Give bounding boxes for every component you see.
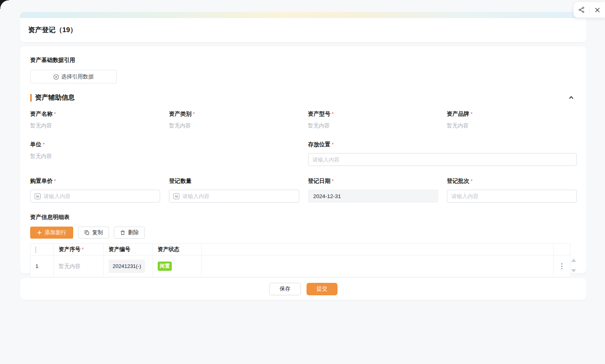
copy-icon [84,230,90,235]
required-asterisk: * [82,246,84,252]
field-label: 资产品牌 [447,110,469,117]
field-unit: 单位* 暂无内容 [30,141,160,166]
column-asset-status: 资产状态 [153,244,202,256]
chevron-up-icon[interactable] [568,94,574,101]
column-label: 资产序号 [59,246,80,252]
window-actions [574,2,605,18]
storage-location-input-wrap [308,153,577,166]
save-button[interactable]: 保存 [269,283,301,295]
delete-row-label: 删除 [128,229,139,236]
required-asterisk: * [193,111,195,117]
title-card: 资产登记（19） [20,12,586,42]
plus-circle-icon [53,74,59,80]
required-asterisk: * [471,111,473,117]
row-code-cell: 20241231(-) [104,256,153,277]
select-all-cell [31,244,54,256]
field-asset-category: 资产类别* 暂无内容 [169,110,299,129]
register-batch-input-wrap [447,190,577,202]
required-asterisk: * [332,111,334,117]
divider [589,6,590,14]
field-asset-name: 资产名称* 暂无内容 [30,110,160,129]
required-asterisk: * [332,141,334,147]
page-title: 资产登记（19） [28,25,77,35]
copy-row-label: 复制 [92,229,103,236]
column-filler [202,244,554,256]
required-asterisk: * [332,178,334,184]
required-asterisk: * [471,178,473,184]
field-empty-value: 暂无内容 [30,122,160,129]
header-gradient-strip [20,12,586,18]
detail-table: 资产序号* 资产编号 资产状态 1 暂无内容 20241231(-) 闲置 [30,243,570,277]
register-batch-input[interactable] [451,193,572,199]
page: 资产登记（19） 资产基础数据引用 选择引用数据 资产辅助信息 资产名称* [20,12,586,300]
column-asset-code: 资产编号 [104,244,153,256]
field-register-batch: 登记批次* [447,177,577,202]
aux-info-section-header: 资产辅助信息 [30,93,577,102]
register-quantity-input-wrap: N [169,190,299,202]
window-corner [0,0,9,9]
select-all-checkbox[interactable] [35,246,36,253]
copy-row-button[interactable]: 复制 [78,227,109,239]
field-label: 资产类别 [169,110,191,117]
field-register-quantity: 登记数量 N [169,177,299,202]
field-empty-value: 暂无内容 [447,122,577,129]
fields-grid: 资产名称* 暂无内容 资产类别* 暂无内容 资产型号* 暂无内容 资产品牌* 暂… [30,110,577,214]
table-scrollbar [570,243,577,277]
row-filler-cell [202,256,554,277]
purchase-price-input-wrap: N [30,190,160,202]
field-label: 单位 [30,141,41,147]
number-field-icon: N [35,193,41,199]
required-asterisk: * [54,111,56,117]
section-title: 资产辅助信息 [35,93,75,102]
add-row-button[interactable]: 添加新行 [30,227,73,239]
row-index-cell: 1 [31,256,54,277]
status-badge: 闲置 [158,262,172,271]
field-empty-value: 暂无内容 [308,122,438,129]
scroll-down-icon[interactable] [571,269,576,272]
reference-section-label: 资产基础数据引用 [30,57,577,64]
field-label: 登记日期 [308,178,331,184]
close-icon[interactable] [593,5,602,15]
required-asterisk: * [54,178,56,184]
add-row-label: 添加新行 [45,229,66,236]
field-empty-value: 暂无内容 [30,153,160,160]
column-actions [554,244,570,256]
register-quantity-input[interactable] [182,193,294,199]
share-icon[interactable] [576,5,586,15]
section-accent-bar [30,94,32,102]
field-label: 资产型号 [308,110,331,117]
field-register-date: 登记日期* 2024-12-31 [308,177,438,202]
table-header-row: 资产序号* 资产编号 资产状态 [31,244,570,256]
field-empty-value: 暂无内容 [169,122,299,129]
detail-table-label: 资产信息明细表 [30,214,577,221]
detail-table-toolbar: 添加新行 复制 删除 [30,227,577,239]
more-vertical-icon[interactable]: ⋮ [558,263,565,270]
column-label: 资产编号 [109,246,130,252]
asset-code-box: 20241231(-) [109,260,145,273]
field-purchase-price: 购置单价* N [30,177,160,202]
field-asset-brand: 资产品牌* 暂无内容 [447,110,577,129]
row-actions-cell: ⋮ [554,256,570,277]
column-label: 资产状态 [158,246,179,252]
submit-button[interactable]: 提交 [307,283,337,295]
field-label: 登记数量 [169,178,191,184]
table-row: 1 暂无内容 20241231(-) 闲置 ⋮ [31,256,570,277]
delete-row-button[interactable]: 删除 [114,227,145,239]
field-asset-model: 资产型号* 暂无内容 [308,110,438,129]
scroll-up-icon[interactable] [571,259,576,262]
detail-table-zone: 资产序号* 资产编号 资产状态 1 暂无内容 20241231(-) 闲置 [30,243,577,277]
field-label: 登记批次 [447,178,469,184]
select-reference-data-button[interactable]: 选择引用数据 [30,70,117,84]
purchase-price-input[interactable] [43,193,156,199]
register-date-disabled-field: 2024-12-31 [308,190,438,202]
number-field-icon: N [173,193,179,199]
row-status-cell: 闲置 [153,256,202,277]
field-label: 资产名称 [30,110,53,117]
storage-location-input[interactable] [313,157,573,163]
field-storage-location: 存放位置* [308,141,577,166]
row-serial-cell: 暂无内容 [54,256,104,277]
field-label: 存放位置 [308,141,331,147]
field-label: 购置单价 [30,178,53,184]
trash-icon [120,230,126,235]
plus-icon [37,230,42,235]
